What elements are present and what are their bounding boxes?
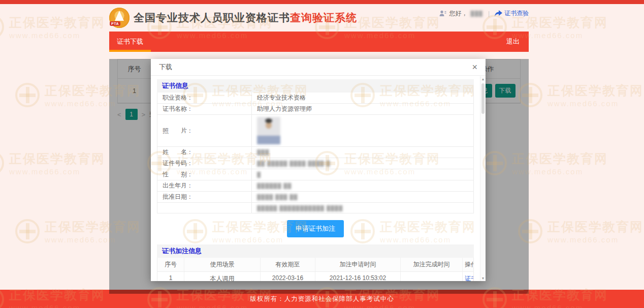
redacted-value: ██████ ██ bbox=[257, 183, 292, 189]
annotation-cell bbox=[400, 272, 462, 281]
cert-row: 证书名称：助理人力资源管理师 bbox=[157, 104, 473, 115]
cert-row: 照 片： bbox=[157, 115, 473, 147]
redacted-value: ████ ███ ██ bbox=[257, 194, 298, 200]
cert-row: 出生年月：██████ ██ bbox=[157, 180, 473, 192]
logo-petal bbox=[115, 11, 124, 21]
user-icon bbox=[439, 10, 446, 17]
cert-verify-link[interactable]: 证书查验 bbox=[495, 9, 529, 18]
watermark-text: 正保医学教育网www.med66.com bbox=[548, 219, 643, 244]
annotation-column-header: 操作 bbox=[462, 258, 473, 271]
page-title-main: 全国专业技术人员职业资格证书 bbox=[134, 12, 290, 23]
watermark-text: 正保医学教育网www.med66.com bbox=[9, 150, 105, 176]
watermark-text: 正保医学教育网www.med66.com bbox=[9, 14, 105, 40]
close-icon[interactable]: × bbox=[472, 63, 477, 72]
cert-row-label: 出生年月： bbox=[157, 180, 251, 191]
annotation-column-header: 有效期至 bbox=[260, 258, 315, 271]
cert-row-label: 姓 名： bbox=[157, 147, 251, 158]
id-photo bbox=[257, 117, 280, 144]
tab-cert-download[interactable]: 证书下载 bbox=[109, 32, 151, 52]
username-redacted: ███ bbox=[471, 11, 483, 16]
active-tab-indicator bbox=[109, 50, 151, 52]
brand: PTA 全国专业技术人员职业资格证书查询验证系统 bbox=[109, 8, 357, 28]
copyright-text: 版权所有：人力资源和社会保障部人事考试中心 bbox=[250, 295, 394, 303]
download-modal: 下载 × 证书信息 职业资格：经济专业技术资格证书名称：助理人力资源管理师照 片… bbox=[151, 59, 486, 281]
share-arrow-icon bbox=[495, 10, 502, 17]
cert-row-value: ██ █████ ████ ████ █ bbox=[251, 158, 473, 169]
annotation-section-title: 证书加注信息 bbox=[157, 244, 474, 258]
cert-row: 姓 名：███ bbox=[157, 147, 473, 158]
watermark-logo-icon bbox=[15, 219, 40, 243]
page-title: 全国专业技术人员职业资格证书查询验证系统 bbox=[134, 11, 357, 25]
cert-row-label: 性 别： bbox=[157, 169, 251, 180]
modal-title: 下载 bbox=[159, 63, 172, 72]
top-red-strip bbox=[0, 0, 644, 4]
watermark-text: 正保医学教育网www.med66.com bbox=[548, 82, 643, 108]
annotation-column-header: 使用场景 bbox=[184, 258, 260, 271]
cert-row-label: 证件号码： bbox=[157, 158, 251, 169]
cert-info-section-title: 证书信息 bbox=[157, 79, 474, 93]
cert-row-label: 照 片： bbox=[157, 115, 251, 146]
annotation-column-header: 加注完成时间 bbox=[400, 258, 462, 271]
greeting-text: 您好， bbox=[449, 9, 468, 18]
annotation-table-header: 序号使用场景有效期至加注申请时间加注完成时间操作 bbox=[157, 258, 473, 272]
annotation-cell: 2022-03-16 bbox=[260, 272, 315, 281]
scroll-up-icon[interactable]: ▲ bbox=[480, 77, 486, 81]
watermark-unit: 正保医学教育网www.med66.com bbox=[0, 14, 105, 40]
apply-annotation-button[interactable]: 申请证书加注 bbox=[287, 220, 344, 237]
watermark-logo-icon bbox=[0, 151, 4, 175]
cert-generating-link[interactable]: 证书生成中... bbox=[462, 272, 473, 281]
annotation-table-body: 1本人调用2022-03-162021-12-16 10:53:02证书生成中.… bbox=[157, 272, 473, 281]
annotation-cell: 本人调用 bbox=[184, 272, 260, 281]
cert-row-label: 证书名称： bbox=[157, 104, 251, 114]
user-box: 您好， ███ | 证书查验 bbox=[439, 9, 529, 18]
cert-row-label: 批准日期： bbox=[157, 192, 251, 202]
redacted-value: ███ bbox=[257, 149, 269, 155]
annotation-cell: 1 bbox=[157, 272, 184, 281]
modal-scrollbar[interactable]: ▲ ▼ bbox=[480, 76, 486, 281]
scrollbar-thumb[interactable] bbox=[481, 83, 485, 114]
cert-row-value: █ bbox=[251, 169, 473, 180]
pta-logo-icon: PTA bbox=[109, 8, 130, 28]
cert-row: 性 别：█ bbox=[157, 169, 473, 180]
watermark-logo-icon bbox=[15, 83, 40, 107]
cert-row-value: ███ bbox=[251, 147, 473, 158]
annotation-table: 序号使用场景有效期至加注申请时间加注完成时间操作 1本人调用2022-03-16… bbox=[157, 258, 474, 281]
modal-header: 下载 × bbox=[151, 59, 486, 76]
site-header: PTA 全国专业技术人员职业资格证书查询验证系统 您好， ███ | 证书查验 bbox=[109, 4, 529, 32]
cert-row: █████ ███████████ ████ bbox=[157, 203, 473, 213]
logout-button[interactable]: 退出 bbox=[497, 37, 529, 46]
watermark-unit: 正保医学教育网www.med66.com bbox=[518, 219, 643, 244]
annotation-column-header: 加注申请时间 bbox=[315, 258, 400, 271]
cert-info-table: 职业资格：经济专业技术资格证书名称：助理人力资源管理师照 片：姓 名：███证件… bbox=[157, 93, 474, 213]
cert-row-value: █████ ███████████ ████ bbox=[251, 203, 473, 213]
logo-badge: PTA bbox=[110, 21, 120, 26]
cert-row: 职业资格：经济专业技术资格 bbox=[157, 93, 473, 104]
annotation-column-header: 序号 bbox=[157, 258, 184, 271]
nav-bar: 证书下载 退出 bbox=[109, 32, 529, 52]
cert-row: 证件号码：██ █████ ████ ████ █ bbox=[157, 158, 473, 169]
cert-row-value: 经济专业技术资格 bbox=[251, 93, 473, 103]
redacted-value: █ bbox=[257, 172, 261, 177]
cert-row-value: 助理人力资源管理师 bbox=[251, 104, 473, 114]
scroll-down-icon[interactable]: ▼ bbox=[480, 276, 486, 280]
page-title-accent: 查询验证系统 bbox=[290, 12, 357, 23]
redacted-value: ██ █████ ████ ████ █ bbox=[257, 161, 330, 166]
annotation-row: 1本人调用2022-03-162021-12-16 10:53:02证书生成中.… bbox=[157, 272, 473, 281]
cert-row-value: ██████ ██ bbox=[251, 180, 473, 191]
divider: | bbox=[488, 10, 490, 17]
cert-row-value bbox=[251, 115, 473, 146]
watermark-unit: 正保医学教育网www.med66.com bbox=[518, 82, 643, 108]
watermark-logo-icon bbox=[0, 15, 4, 39]
cert-row-value: ████ ███ ██ bbox=[251, 192, 473, 202]
tab-cert-download-label: 证书下载 bbox=[117, 38, 143, 45]
cert-row-label bbox=[157, 203, 251, 213]
cert-row-label: 职业资格： bbox=[157, 93, 251, 103]
annotation-cell: 2021-12-16 10:53:02 bbox=[315, 272, 400, 281]
cert-row: 批准日期：████ ███ ██ bbox=[157, 192, 473, 203]
modal-body: 证书信息 职业资格：经济专业技术资格证书名称：助理人力资源管理师照 片：姓 名：… bbox=[151, 76, 480, 281]
redacted-value: █████ ███████████ ████ bbox=[257, 205, 343, 211]
watermark-unit: 正保医学教育网www.med66.com bbox=[0, 150, 105, 176]
cert-verify-label: 证书查验 bbox=[504, 9, 529, 18]
